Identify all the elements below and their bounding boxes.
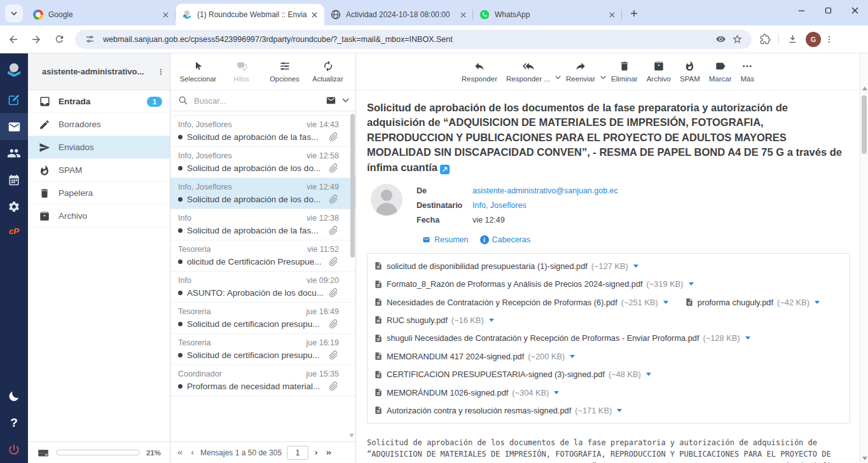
to-recipients[interactable]: Info, Joseflores xyxy=(472,198,527,213)
folder-item-spam[interactable]: SPAM xyxy=(28,159,170,182)
list-item[interactable]: Tesoreriajue 16:49 Solicitud de certific… xyxy=(170,303,355,334)
extensions-icon[interactable] xyxy=(757,31,773,48)
close-window-button[interactable] xyxy=(841,0,868,20)
rail-item-cpanel[interactable]: cP xyxy=(0,220,28,242)
external-link-icon[interactable] xyxy=(440,165,450,174)
list-item[interactable]: Info, Josefloresvie 12:58 Solicitud de a… xyxy=(170,147,355,178)
back-button[interactable] xyxy=(4,30,23,49)
new-tab-button[interactable] xyxy=(626,5,642,22)
select-button[interactable]: Seleccionar xyxy=(180,59,217,83)
tab-search-button[interactable] xyxy=(5,4,23,22)
address-bar[interactable]: webmail.sanjuan.gob.ec/cpsess5423996997/… xyxy=(75,30,752,49)
folder-item-enviados[interactable]: Enviados xyxy=(28,136,170,159)
attachment-menu-icon[interactable] xyxy=(633,265,638,268)
close-tab-icon[interactable] xyxy=(160,10,170,20)
tab-whatsapp[interactable]: WhatsApp xyxy=(473,4,622,25)
attachment-menu-icon[interactable] xyxy=(815,301,820,304)
mark-button[interactable]: Marcar xyxy=(709,59,732,83)
page-input[interactable] xyxy=(287,446,308,460)
download-icon[interactable] xyxy=(784,31,801,48)
attachment-menu-icon[interactable] xyxy=(570,355,575,358)
logout-button[interactable] xyxy=(0,436,28,463)
delete-button[interactable]: Eliminar xyxy=(611,59,638,83)
dark-mode-button[interactable] xyxy=(0,383,28,410)
folder-item-entrada[interactable]: Entrada 1 xyxy=(28,90,170,113)
attachment-item[interactable]: Autorización contra y resolución resmas-… xyxy=(374,405,622,415)
list-item[interactable]: Info, Josefloresvie 14:43 Solicitud de a… xyxy=(170,116,355,147)
prev-page-button[interactable] xyxy=(189,449,195,457)
folder-item-papelera[interactable]: Papelera xyxy=(28,182,170,205)
compose-button[interactable] xyxy=(0,86,28,113)
folder-menu-icon[interactable] xyxy=(157,67,165,77)
search-scope-mail-icon[interactable] xyxy=(325,95,337,106)
next-page-button[interactable] xyxy=(313,449,319,457)
reply-all-menu-icon[interactable] xyxy=(555,69,561,79)
list-item[interactable]: Tesoreriajue 16:19 Solicitud de certific… xyxy=(170,334,355,365)
attachment-menu-icon[interactable] xyxy=(489,319,494,322)
bookmark-star-icon[interactable] xyxy=(729,31,745,48)
help-button[interactable]: ? xyxy=(0,410,28,436)
rail-item-settings[interactable] xyxy=(0,193,28,220)
profile-avatar[interactable]: G xyxy=(806,32,821,47)
rail-item-calendar[interactable] xyxy=(0,167,28,193)
threads-button[interactable]: Hilos xyxy=(223,59,260,83)
attachment-item[interactable]: Formato_8_Razón de Proformas y Análisis … xyxy=(374,279,694,289)
rail-item-contacts[interactable] xyxy=(0,140,28,167)
attachment-item[interactable]: Necesidades de Contratación y Recepción … xyxy=(374,297,668,307)
close-tab-icon[interactable] xyxy=(458,10,468,20)
headers-link[interactable]: iCabeceras xyxy=(480,235,530,244)
archive-button[interactable]: Archivo xyxy=(647,59,671,83)
reply-all-button[interactable]: Responder ... xyxy=(506,59,550,83)
list-item[interactable]: Infovie 09:20 ASUNTO: Aprobación de los … xyxy=(170,272,355,303)
maximize-button[interactable] xyxy=(815,0,841,20)
scroll-down-icon[interactable] xyxy=(862,457,867,460)
close-tab-icon[interactable] xyxy=(309,10,319,20)
content-scrollbar-thumb[interactable] xyxy=(862,95,867,154)
attachment-item[interactable]: solicitud de disponibilidad presupuestar… xyxy=(374,261,638,271)
folder-item-archivo[interactable]: Archivo xyxy=(28,205,170,228)
content-scrollbar[interactable] xyxy=(860,53,868,463)
refresh-button[interactable]: Actualizar xyxy=(310,59,347,83)
forward-button[interactable] xyxy=(27,30,46,49)
spam-button[interactable]: SPAM xyxy=(680,59,700,83)
attachment-item[interactable]: proforma chuguly.pdf(~42 KB) xyxy=(685,297,820,307)
search-input[interactable] xyxy=(194,96,325,106)
attachment-item[interactable]: shuguli Necesidades de Contratación y Re… xyxy=(374,333,750,343)
forward-button[interactable]: Reenviar xyxy=(566,59,595,83)
list-item[interactable]: Solicitud de aprobación de la fas... xyxy=(170,111,355,116)
preview-icon[interactable] xyxy=(712,31,729,48)
tab-google[interactable]: Google xyxy=(27,4,176,25)
attachment-menu-icon[interactable] xyxy=(646,373,651,376)
search-options-chevron-icon[interactable] xyxy=(342,98,349,103)
attachment-menu-icon[interactable] xyxy=(745,336,750,340)
more-button[interactable]: Más xyxy=(741,59,755,83)
attachment-menu-icon[interactable] xyxy=(554,391,559,394)
site-settings-icon[interactable] xyxy=(81,31,98,48)
attachment-menu-icon[interactable] xyxy=(689,282,694,286)
attachment-item[interactable]: MEMORÁNDUM 1026-signed.pdf(~304 KB) xyxy=(374,387,559,397)
list-item[interactable]: Coordinadorjue 15:35 Proformas de necesi… xyxy=(170,365,355,396)
list-item[interactable]: Infovie 12:38 Solicitud de aprobación de… xyxy=(170,209,355,240)
tab-actividad[interactable]: Actividad 2024-10-18 08:00:00 xyxy=(324,4,473,25)
attachment-item[interactable]: RUC shuguly.pdf(~16 KB) xyxy=(374,315,494,325)
options-button[interactable]: Opciones xyxy=(266,59,303,83)
attachment-menu-icon[interactable] xyxy=(617,409,622,412)
first-page-button[interactable] xyxy=(176,449,184,457)
attachment-item[interactable]: MEMORANDUM 417 2024-signed.pdf(~200 KB) xyxy=(374,351,575,361)
list-scrollbar-thumb[interactable] xyxy=(350,114,355,258)
minimize-button[interactable] xyxy=(788,0,815,20)
attachment-item[interactable]: CERTIFICACION PRESUPUESTARIA-signed (3)-… xyxy=(374,370,651,380)
list-item[interactable]: Tesoreriavie 11:52 olicitud de Certifica… xyxy=(170,240,355,272)
forward-menu-icon[interactable] xyxy=(600,69,606,79)
last-page-button[interactable] xyxy=(324,449,333,457)
reload-button[interactable] xyxy=(50,30,69,49)
list-item-selected[interactable]: Info, Josefloresvie 12:49 Solicitud de a… xyxy=(170,178,355,209)
close-tab-icon[interactable] xyxy=(607,10,617,20)
rail-item-mail[interactable] xyxy=(0,113,28,140)
summary-link[interactable]: Resumen xyxy=(422,235,469,244)
list-scroll-down-icon[interactable] xyxy=(349,434,354,438)
reply-button[interactable]: Responder xyxy=(462,59,497,83)
attachment-menu-icon[interactable] xyxy=(663,301,668,304)
scroll-up-icon[interactable] xyxy=(862,86,867,90)
browser-menu-icon[interactable] xyxy=(821,31,837,48)
